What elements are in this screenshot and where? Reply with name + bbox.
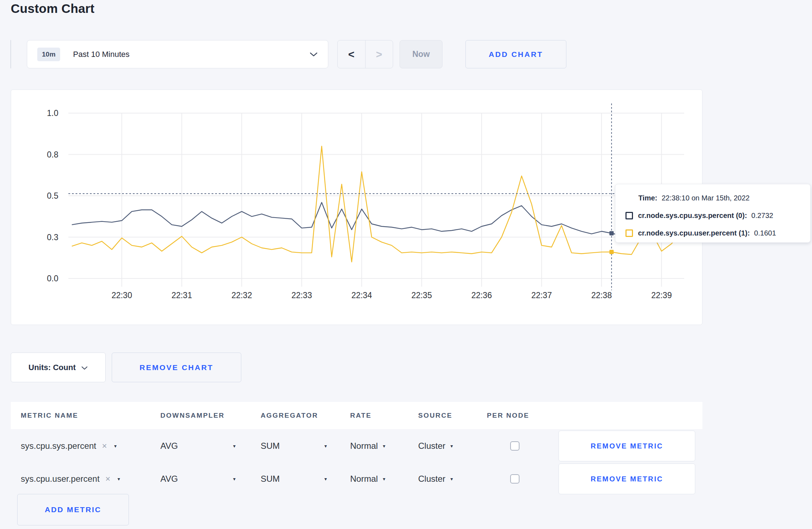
x-tick-label: 22:37	[531, 291, 552, 300]
caret-down-icon: ▾	[450, 476, 453, 482]
hover-marker	[609, 231, 614, 236]
remove-metric-button[interactable]: REMOVE METRIC	[559, 431, 695, 461]
remove-chart-button[interactable]: REMOVE CHART	[112, 353, 241, 382]
metric-name-select[interactable]: sys.cpu.sys.percent × ▾	[21, 429, 117, 462]
chevron-down-icon	[309, 52, 318, 57]
hover-marker	[609, 250, 614, 254]
y-tick-label: 0.3	[47, 233, 58, 242]
chevron-right-icon: >	[376, 48, 382, 60]
source-select[interactable]: Cluster ▾	[418, 462, 453, 495]
caret-down-icon: ▾	[324, 476, 327, 482]
time-range-select[interactable]: 10m Past 10 Minutes	[27, 40, 328, 68]
tooltip-series-value: 0.1601	[754, 229, 776, 237]
downsampler-value: AVG	[160, 441, 178, 451]
time-step-buttons: < >	[337, 40, 393, 68]
x-tick-label: 22:32	[231, 291, 252, 300]
header-per-node: PER NODE	[487, 402, 529, 429]
table-row: sys.cpu.user.percent × ▾ AVG ▾ SUM ▾ Nor…	[11, 462, 702, 495]
metric-name-value: sys.cpu.sys.percent	[21, 441, 96, 451]
y-tick-label: 1.0	[47, 108, 58, 118]
table-row: sys.cpu.sys.percent × ▾ AVG ▾ SUM ▾ Norm…	[11, 429, 702, 462]
rate-value: Normal	[350, 474, 378, 484]
tooltip-series-row: cr.node.sys.cpu.sys.percent (0): 0.2732	[625, 210, 800, 220]
downsampler-select[interactable]: AVG ▾	[160, 429, 236, 462]
per-node-checkbox[interactable]	[510, 441, 519, 451]
step-back-button[interactable]: <	[338, 40, 366, 68]
caret-down-icon: ▾	[450, 443, 453, 449]
chevron-left-icon: <	[348, 48, 354, 60]
header-source: SOURCE	[418, 402, 453, 429]
x-tick-label: 22:36	[471, 291, 492, 300]
source-value: Cluster	[418, 441, 445, 451]
rate-select[interactable]: Normal ▾	[350, 429, 385, 462]
chart-panel: 0.00.30.50.81.022:3022:3122:3222:3322:34…	[11, 89, 702, 325]
units-label: Units: Count	[29, 363, 76, 372]
x-tick-label: 22:31	[171, 291, 192, 300]
header-aggregator: AGGREGATOR	[261, 402, 318, 429]
y-tick-label: 0.8	[47, 150, 58, 159]
tooltip-series-value: 0.2732	[751, 212, 773, 220]
clear-metric-icon[interactable]: ×	[105, 474, 110, 484]
caret-down-icon: ▾	[233, 443, 236, 449]
chart-tooltip: Time: 22:38:10 on Mar 15th, 2022 cr.node…	[615, 184, 811, 243]
per-node-cell	[510, 429, 519, 462]
tooltip-time-row: Time: 22:38:10 on Mar 15th, 2022	[638, 193, 800, 203]
series-line	[72, 203, 682, 236]
action-cell: REMOVE METRIC	[559, 462, 695, 495]
step-forward-button[interactable]: >	[366, 40, 393, 68]
time-range-label: Past 10 Minutes	[73, 50, 130, 59]
custom-chart-page: Custom Chart 10m Past 10 Minutes < > Now…	[0, 0, 812, 529]
y-tick-label: 0.0	[47, 274, 58, 283]
rate-value: Normal	[350, 441, 378, 451]
per-node-checkbox[interactable]	[510, 474, 519, 484]
aggregator-select[interactable]: SUM ▾	[261, 462, 327, 495]
chart-svg[interactable]: 0.00.30.50.81.022:3022:3122:3222:3322:34…	[11, 90, 703, 325]
metric-name-select[interactable]: sys.cpu.user.percent × ▾	[21, 462, 120, 495]
header-rate: RATE	[350, 402, 372, 429]
now-button[interactable]: Now	[400, 40, 443, 68]
action-cell: REMOVE METRIC	[559, 429, 695, 462]
downsampler-select[interactable]: AVG ▾	[160, 462, 236, 495]
tooltip-series-name: cr.node.sys.cpu.user.percent (1):	[638, 229, 750, 237]
series-sys-swatch-icon	[625, 212, 633, 219]
time-range-badge: 10m	[37, 48, 60, 61]
toolbar-divider	[10, 40, 11, 68]
source-select[interactable]: Cluster ▾	[418, 429, 453, 462]
aggregator-value: SUM	[261, 441, 280, 451]
tooltip-series-row: cr.node.sys.cpu.user.percent (1): 0.1601	[625, 228, 800, 238]
series-line	[72, 146, 682, 262]
add-metric-button[interactable]: ADD METRIC	[17, 494, 129, 525]
header-downsampler: DOWNSAMPLER	[160, 402, 224, 429]
x-tick-label: 22:35	[411, 291, 432, 300]
remove-metric-button[interactable]: REMOVE METRIC	[559, 464, 695, 494]
x-tick-label: 22:30	[111, 291, 132, 300]
rate-select[interactable]: Normal ▾	[350, 462, 385, 495]
tooltip-time-value: 22:38:10 on Mar 15th, 2022	[662, 194, 750, 202]
metrics-table-header: METRIC NAME DOWNSAMPLER AGGREGATOR RATE …	[11, 402, 702, 429]
series-user-swatch-icon	[625, 229, 633, 237]
aggregator-select[interactable]: SUM ▾	[261, 429, 327, 462]
aggregator-value: SUM	[261, 474, 280, 484]
tooltip-time-label: Time:	[638, 194, 657, 202]
caret-down-icon: ▾	[383, 443, 385, 449]
add-chart-button[interactable]: ADD CHART	[465, 40, 566, 68]
caret-down-icon: ▾	[324, 443, 327, 449]
y-tick-label: 0.5	[47, 191, 58, 200]
header-metric-name: METRIC NAME	[21, 402, 78, 429]
units-select[interactable]: Units: Count	[11, 353, 106, 382]
x-tick-label: 22:39	[651, 291, 672, 300]
per-node-cell	[510, 462, 519, 495]
metric-name-value: sys.cpu.user.percent	[21, 474, 100, 484]
source-value: Cluster	[418, 474, 445, 484]
caret-down-icon: ▾	[117, 476, 120, 482]
tooltip-series-name: cr.node.sys.cpu.sys.percent (0):	[638, 212, 747, 220]
caret-down-icon: ▾	[114, 443, 117, 449]
clear-metric-icon[interactable]: ×	[102, 441, 107, 451]
caret-down-icon: ▾	[233, 476, 236, 482]
x-tick-label: 22:33	[291, 291, 312, 300]
downsampler-value: AVG	[160, 474, 178, 484]
caret-down-icon: ▾	[383, 476, 385, 482]
x-tick-label: 22:34	[351, 291, 372, 300]
page-title: Custom Chart	[11, 1, 95, 16]
chevron-down-icon	[81, 363, 88, 372]
